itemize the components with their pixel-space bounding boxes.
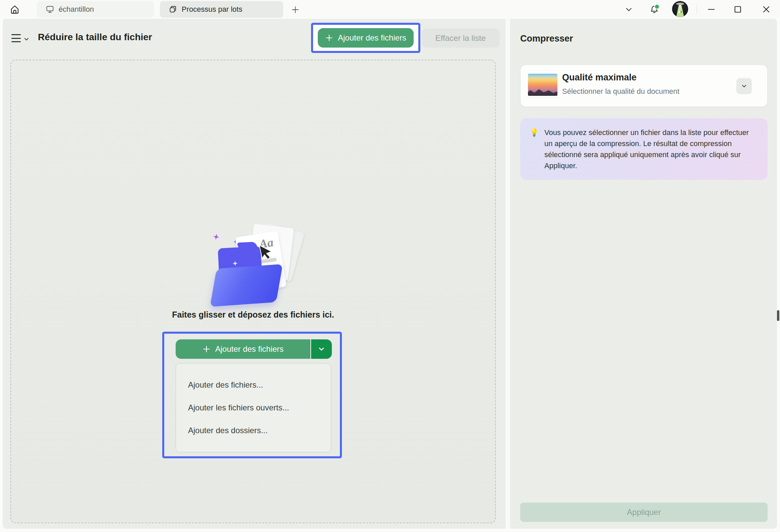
user-avatar[interactable]	[672, 1, 688, 17]
add-files-button[interactable]: Ajouter des fichiers	[176, 339, 310, 359]
add-files-button[interactable]: Ajouter des fichiers	[318, 28, 413, 48]
maximize-button[interactable]	[729, 2, 746, 17]
close-icon	[762, 5, 771, 14]
drop-hint-text: Faites glisser et déposez des fichiers i…	[11, 310, 495, 320]
batch-copy-icon	[168, 5, 177, 14]
chevron-down-icon	[625, 5, 633, 13]
quality-title: Qualité maximale	[562, 72, 637, 83]
add-files-label: Ajouter des fichiers	[215, 344, 284, 354]
apply-label: Appliquer	[627, 508, 661, 517]
plus-icon	[325, 34, 333, 42]
add-files-dropdown-toggle[interactable]	[311, 339, 332, 359]
apply-button[interactable]: Appliquer	[520, 502, 768, 522]
sparkle-icon	[233, 261, 238, 266]
toolbar-chevron-button[interactable]	[621, 2, 637, 17]
notifications-button[interactable]	[647, 2, 662, 17]
minimize-button[interactable]	[702, 2, 720, 17]
add-files-label: Ajouter des fichiers	[338, 33, 406, 43]
folder-front	[210, 264, 283, 307]
file-drop-zone[interactable]: Aa Faites glisser et déposez des fichier…	[10, 60, 496, 523]
hamburger-menu-button[interactable]	[11, 34, 21, 42]
quality-dropdown-button[interactable]	[736, 78, 752, 94]
tab-label: Processus par lots	[182, 5, 242, 14]
avatar-figure	[679, 11, 682, 13]
menu-item-add-files[interactable]: Ajouter des fichiers...	[176, 380, 331, 390]
plus-icon	[291, 5, 300, 14]
quality-selector-card[interactable]: Qualité maximale Sélectionner la qualité…	[520, 65, 768, 107]
tab-processus-par-lots[interactable]: Processus par lots	[160, 1, 283, 18]
panel-divider	[505, 19, 510, 529]
titlebar: échantillon Processus par lots	[0, 0, 780, 19]
compression-tip-box: 💡 Vous pouvez sélectionner un fichier da…	[520, 118, 768, 180]
plus-icon	[202, 345, 210, 353]
titlebar-divider	[696, 4, 697, 14]
page-title: Réduire la taille du fichier	[38, 32, 152, 43]
clear-list-button[interactable]: Effacer la liste	[422, 29, 499, 48]
new-tab-button[interactable]	[290, 4, 301, 15]
home-button[interactable]	[7, 3, 22, 17]
tutorial-highlight-add-files-menu: Ajouter des fichiers Ajouter des fichier…	[162, 332, 342, 458]
tab-label: échantillon	[59, 5, 94, 14]
close-button[interactable]	[758, 2, 775, 17]
minimize-icon	[706, 5, 716, 14]
quality-subtitle: Sélectionner la qualité du document	[562, 87, 679, 96]
main-content: Réduire la taille du fichier Ajouter des…	[3, 19, 777, 529]
scrollbar-thumb[interactable]	[777, 310, 779, 321]
add-files-dropdown-menu: Ajouter des fichiers... Ajouter les fich…	[176, 363, 331, 452]
tab-echantillon[interactable]: échantillon	[37, 1, 154, 18]
menu-item-add-folders[interactable]: Ajouter des dossiers...	[176, 426, 331, 435]
add-files-split-button: Ajouter des fichiers	[176, 339, 332, 359]
chevron-down-icon	[741, 83, 747, 90]
panel-title: Compresser	[520, 34, 573, 44]
clear-list-label: Effacer la liste	[435, 34, 486, 43]
maximize-icon	[733, 5, 742, 14]
menu-item-add-open-files[interactable]: Ajouter les fichiers ouverts...	[176, 403, 331, 412]
cursor-arrow-icon	[256, 241, 277, 262]
home-icon	[9, 4, 20, 15]
menu-chevron-icon[interactable]	[23, 36, 30, 42]
monitor-icon	[46, 5, 54, 14]
compress-panel: Compresser Qualité maximale Sélectionner…	[510, 19, 777, 529]
quality-thumbnail-image	[528, 74, 557, 96]
lightbulb-icon: 💡	[530, 127, 542, 171]
tip-text: Vous pouvez sélectionner un fichier dans…	[544, 127, 758, 171]
chevron-down-icon	[318, 345, 325, 353]
notification-dot	[654, 4, 660, 9]
tutorial-highlight-add-files: Ajouter des fichiers	[311, 23, 420, 53]
sparkle-icon	[212, 233, 220, 240]
folder-documents-illustration: Aa	[208, 225, 302, 299]
avatar-ufo	[676, 3, 684, 5]
